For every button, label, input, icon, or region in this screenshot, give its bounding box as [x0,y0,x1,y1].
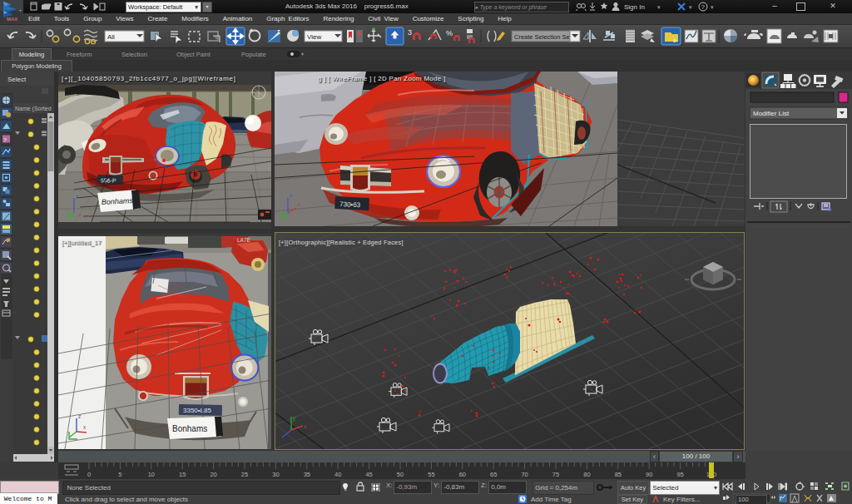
svg-text:Bonhams: Bonhams [172,424,207,433]
svg-text:45: 45 [365,471,372,478]
svg-text:60: 60 [459,471,466,478]
svg-text:730•63: 730•63 [339,200,361,209]
svg-text:?: ? [701,3,706,11]
svg-text:65: 65 [490,471,497,478]
svg-text:x: x [79,212,82,217]
svg-text:Select: Select [7,76,27,83]
svg-text:?: ? [3,137,7,143]
svg-text:[+][Orthographic][Realistic +: [+][Orthographic][Realistic + Edged Face… [279,239,404,246]
svg-text:z: z [78,413,81,419]
svg-text:▾: ▾ [657,4,661,10]
svg-text:g ] [ WireFrame ] [ 2D Pan Zoo: g ] [ WireFrame ] [ 2D Pan Zoom Mode ] [318,75,446,82]
svg-text:3350•L85: 3350•L85 [183,407,211,414]
svg-text:35: 35 [304,471,310,478]
svg-text:0: 0 [87,471,91,478]
svg-text:3: 3 [408,28,412,37]
svg-text:85: 85 [615,471,622,478]
svg-text:▾: ▾ [711,4,714,10]
svg-text:All: All [107,33,115,41]
svg-text:40: 40 [334,471,341,478]
svg-text:556-P: 556-P [101,177,116,184]
svg-text:25: 25 [241,471,248,478]
svg-text:5: 5 [118,471,121,478]
svg-text:LA7E: LA7E [237,237,251,243]
svg-text:55: 55 [428,471,434,478]
svg-text:Modifier List: Modifier List [753,110,790,117]
svg-text:70: 70 [521,471,528,478]
svg-text:Name (Sorted: Name (Sorted [15,106,52,112]
svg-text:30: 30 [272,471,279,478]
svg-text:Create Selection Se: Create Selection Se [514,33,570,41]
svg-text:20: 20 [210,471,216,478]
svg-text:▾: ▾ [689,4,692,10]
svg-text:[+][untitled_17: [+][untitled_17 [62,239,101,246]
svg-text:%: % [446,29,453,37]
svg-text:Sign In: Sign In [624,3,645,11]
svg-text:15: 15 [179,471,186,478]
svg-text:z: z [76,194,78,199]
svg-text:10: 10 [148,471,155,478]
svg-text:80: 80 [583,471,590,478]
svg-text:z: z [290,193,292,198]
svg-text:75: 75 [552,471,559,478]
svg-text:x: x [298,202,300,207]
svg-text:Bonhams: Bonhams [102,196,134,206]
svg-text:[+][_10405850793_2fb1cc4977_o_: [+][_10405850793_2fb1cc4977_o_jpg][Wiref… [62,75,236,82]
svg-text:MAX: MAX [7,17,17,22]
svg-text:95: 95 [676,471,683,478]
svg-text:View: View [307,33,321,41]
svg-text:50: 50 [397,471,404,478]
svg-text:90: 90 [646,471,652,478]
